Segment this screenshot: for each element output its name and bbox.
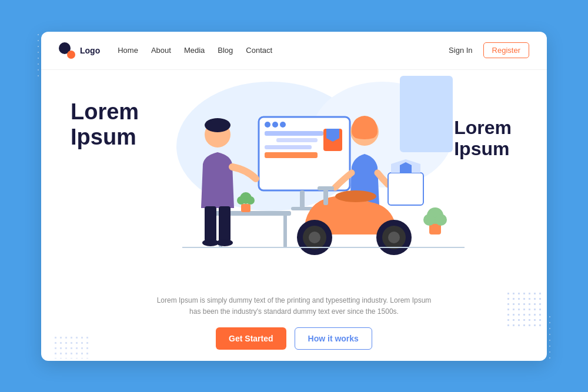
card-dots-right <box>506 291 541 326</box>
hero-section: Lorem Ipsum Lorem Ipsum <box>41 70 547 361</box>
register-button[interactable]: Register <box>483 42 529 58</box>
svg-rect-20 <box>300 190 305 208</box>
logo-circle-orange <box>67 51 75 59</box>
svg-point-44 <box>435 214 447 226</box>
svg-point-13 <box>280 122 286 128</box>
illustration-svg <box>112 70 476 282</box>
svg-point-9 <box>246 196 255 205</box>
illustration-container <box>112 70 476 282</box>
hero-title-left: Lorem Ipsum <box>71 99 139 150</box>
svg-point-43 <box>423 214 435 226</box>
svg-rect-15 <box>276 138 318 142</box>
card-dots-bottom <box>53 335 88 359</box>
hero-title-right: Lorem Ipsum <box>454 117 512 160</box>
svg-rect-14 <box>265 131 323 136</box>
svg-point-8 <box>237 196 245 205</box>
how-it-works-button[interactable]: How it works <box>295 327 372 350</box>
svg-point-32 <box>388 232 400 243</box>
get-started-button[interactable]: Get Started <box>216 327 286 350</box>
nav-contact[interactable]: Contact <box>246 46 272 55</box>
svg-point-23 <box>205 118 230 132</box>
bottom-text-area: Lorem Ipsum is simply dummy text of the … <box>147 295 441 349</box>
svg-point-12 <box>272 122 278 128</box>
svg-rect-37 <box>318 186 334 190</box>
logo-icon <box>59 42 75 59</box>
nav-media[interactable]: Media <box>184 46 205 55</box>
nav-home[interactable]: Home <box>118 46 138 55</box>
hero-left-title: Lorem Ipsum <box>71 99 139 150</box>
navbar: Logo Home About Media Blog Contact Sign … <box>41 32 547 70</box>
main-card: Logo Home About Media Blog Contact Sign … <box>41 32 547 361</box>
hero-description: Lorem Ipsum is simply dummy text of the … <box>147 295 441 317</box>
svg-point-29 <box>335 190 376 202</box>
hero-right-title: Lorem Ipsum <box>454 117 512 160</box>
svg-rect-16 <box>265 145 312 149</box>
logo-text: Logo <box>80 46 100 55</box>
svg-rect-6 <box>241 204 250 212</box>
svg-rect-38 <box>388 173 423 205</box>
logo-area: Logo <box>59 42 100 59</box>
nav-right: Sign In Register <box>449 42 529 58</box>
nav-links: Home About Media Blog Contact <box>118 46 449 55</box>
svg-point-35 <box>309 232 320 243</box>
outer-frame: Logo Home About Media Blog Contact Sign … <box>24 20 564 373</box>
svg-rect-19 <box>265 152 318 158</box>
svg-rect-24 <box>205 206 216 242</box>
cta-button-group: Get Started How it works <box>147 327 441 350</box>
svg-rect-2 <box>400 76 453 152</box>
svg-point-11 <box>265 122 270 128</box>
svg-point-26 <box>202 239 219 246</box>
signin-link[interactable]: Sign In <box>449 46 472 55</box>
svg-rect-25 <box>219 206 230 242</box>
svg-rect-21 <box>291 207 313 210</box>
nav-about[interactable]: About <box>151 46 171 55</box>
nav-blog[interactable]: Blog <box>218 46 233 55</box>
svg-point-27 <box>216 239 233 246</box>
